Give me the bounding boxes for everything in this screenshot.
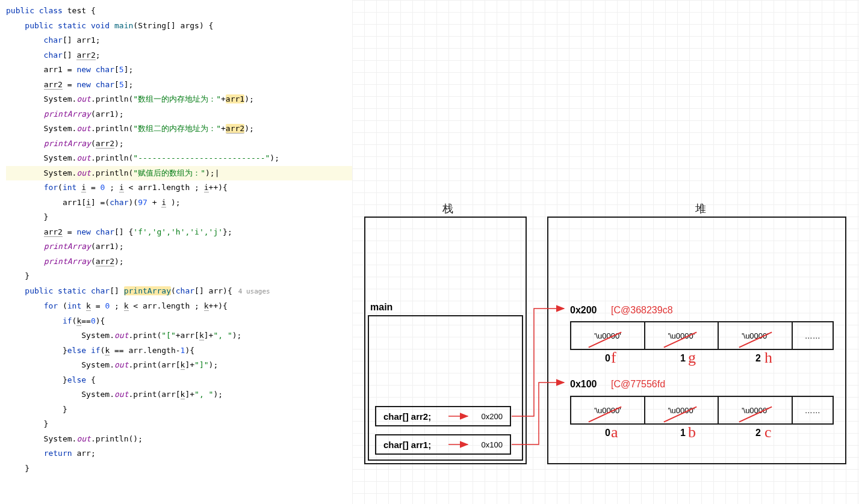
var-arr2: char[] arr2; 0x200 bbox=[375, 406, 511, 426]
heap-address-200: 0x200 bbox=[570, 305, 597, 316]
var-arr1: char[] arr1; 0x100 bbox=[375, 434, 511, 455]
memory-diagram: 栈 堆 main char[] arr2; 0x200 char[] arr1;… bbox=[352, 0, 859, 504]
code-editor: public class test { public static void m… bbox=[0, 0, 352, 504]
indices-200: 0 1 2 bbox=[570, 353, 796, 364]
heap-array-200: '\u0000' '\u0000' '\u0000' …… bbox=[570, 321, 834, 350]
stack-title: 栈 bbox=[442, 201, 453, 216]
main-frame-label: main bbox=[370, 302, 392, 313]
indices-100: 0 1 2 bbox=[570, 428, 796, 438]
heap-title: 堆 bbox=[695, 201, 706, 216]
heap-ref-100: [C@77556fd bbox=[611, 379, 665, 390]
heap-ref-200: [C@368239c8 bbox=[611, 305, 673, 316]
heap-array-100: '\u0000' '\u0000' '\u0000' …… bbox=[570, 396, 834, 425]
heap-address-100: 0x100 bbox=[570, 379, 597, 390]
